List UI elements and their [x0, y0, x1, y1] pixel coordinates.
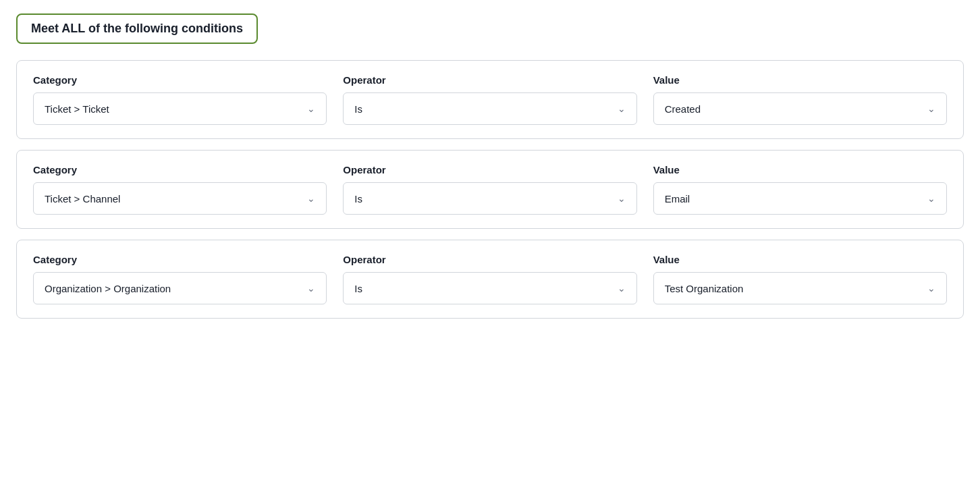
category-group-1: Category Ticket > Ticket ⌄: [33, 74, 327, 125]
value-label-3: Value: [653, 254, 947, 265]
category-select-3[interactable]: Organization > Organization ⌄: [33, 272, 327, 304]
condition-fields-2: Category Ticket > Channel ⌄ Operator Is …: [33, 164, 947, 215]
conditions-header-label: Meet ALL of the following conditions: [31, 22, 243, 35]
value-value-1: Created: [665, 103, 701, 115]
value-value-2: Email: [665, 193, 690, 205]
category-select-2[interactable]: Ticket > Channel ⌄: [33, 182, 327, 215]
operator-group-3: Operator Is ⌄: [343, 254, 636, 304]
value-chevron-2: ⌄: [927, 193, 935, 204]
category-value-2: Ticket > Channel: [45, 193, 120, 205]
value-select-1[interactable]: Created ⌄: [653, 92, 947, 125]
value-group-1: Value Created ⌄: [653, 74, 947, 125]
category-label-3: Category: [33, 254, 327, 265]
value-label-1: Value: [653, 74, 947, 86]
operator-select-3[interactable]: Is ⌄: [343, 272, 636, 304]
category-value-3: Organization > Organization: [45, 283, 171, 294]
value-group-2: Value Email ⌄: [653, 164, 947, 215]
operator-chevron-2: ⌄: [618, 193, 626, 204]
category-group-3: Category Organization > Organization ⌄: [33, 254, 327, 304]
value-label-2: Value: [653, 164, 947, 176]
value-group-3: Value Test Organization ⌄: [653, 254, 947, 304]
condition-row-1: Category Ticket > Ticket ⌄ Operator Is ⌄…: [16, 60, 964, 139]
operator-value-1: Is: [354, 103, 362, 115]
operator-value-2: Is: [354, 193, 362, 205]
operator-group-1: Operator Is ⌄: [343, 74, 636, 125]
operator-chevron-3: ⌄: [618, 283, 626, 294]
operator-value-3: Is: [354, 283, 362, 294]
conditions-header-box: Meet ALL of the following conditions: [16, 14, 258, 44]
conditions-container: Category Ticket > Ticket ⌄ Operator Is ⌄…: [16, 60, 964, 319]
category-chevron-2: ⌄: [307, 193, 315, 204]
value-select-2[interactable]: Email ⌄: [653, 182, 947, 215]
condition-fields-3: Category Organization > Organization ⌄ O…: [33, 254, 947, 304]
category-label-2: Category: [33, 164, 327, 176]
operator-chevron-1: ⌄: [618, 103, 626, 114]
operator-select-1[interactable]: Is ⌄: [343, 92, 636, 125]
category-select-1[interactable]: Ticket > Ticket ⌄: [33, 92, 327, 125]
operator-group-2: Operator Is ⌄: [343, 164, 636, 215]
category-value-1: Ticket > Ticket: [45, 103, 109, 115]
condition-row-2: Category Ticket > Channel ⌄ Operator Is …: [16, 150, 964, 229]
category-label-1: Category: [33, 74, 327, 86]
category-group-2: Category Ticket > Channel ⌄: [33, 164, 327, 215]
operator-select-2[interactable]: Is ⌄: [343, 182, 636, 215]
value-value-3: Test Organization: [665, 283, 744, 294]
value-select-3[interactable]: Test Organization ⌄: [653, 272, 947, 304]
category-chevron-3: ⌄: [307, 283, 315, 294]
condition-row-3: Category Organization > Organization ⌄ O…: [16, 240, 964, 319]
category-chevron-1: ⌄: [307, 103, 315, 114]
condition-fields-1: Category Ticket > Ticket ⌄ Operator Is ⌄…: [33, 74, 947, 125]
operator-label-1: Operator: [343, 74, 636, 86]
value-chevron-3: ⌄: [927, 283, 935, 294]
operator-label-2: Operator: [343, 164, 636, 176]
value-chevron-1: ⌄: [927, 103, 935, 114]
operator-label-3: Operator: [343, 254, 636, 265]
